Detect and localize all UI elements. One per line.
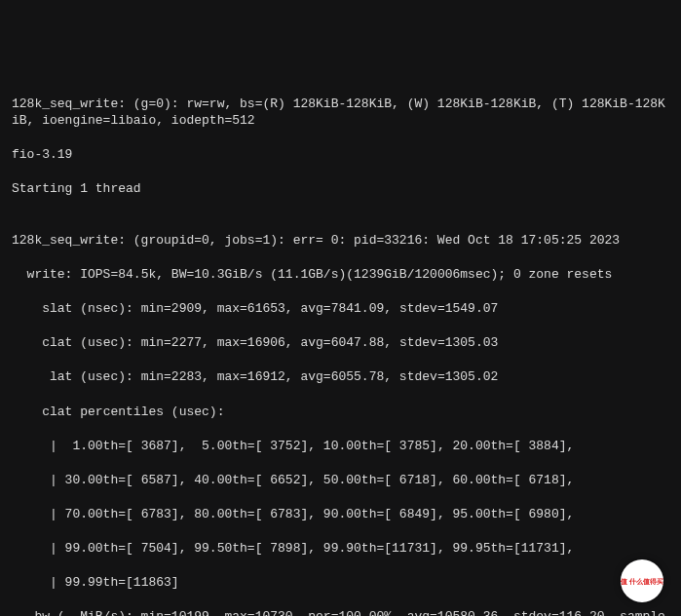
clat-line: clat (usec): min=2277, max=16906, avg=60… — [12, 334, 669, 352]
terminal-output: 128k_seq_write: (g=0): rw=rw, bs=(R) 128… — [0, 68, 681, 616]
badge-text: 值 什么值得买 — [621, 577, 663, 585]
clat-percentiles-header: clat percentiles (usec): — [12, 404, 669, 421]
percentile-row-1: | 1.00th=[ 3687], 5.00th=[ 3752], 10.00t… — [12, 438, 669, 455]
result-header: 128k_seq_write: (groupid=0, jobs=1): err… — [12, 232, 669, 250]
fio-starting: Starting 1 thread — [12, 180, 669, 198]
fio-version: fio-3.19 — [12, 146, 669, 164]
percentile-row-2: | 30.00th=[ 6587], 40.00th=[ 6652], 50.0… — [12, 472, 669, 489]
fio-job-definition: 128k_seq_write: (g=0): rw=rw, bs=(R) 128… — [12, 96, 669, 130]
bw-line: bw ( MiB/s): min=10199, max=10730, per=1… — [12, 608, 669, 616]
lat-line: lat (usec): min=2283, max=16912, avg=605… — [12, 368, 669, 386]
percentile-row-4: | 99.00th=[ 7504], 99.50th=[ 7898], 99.9… — [12, 540, 669, 558]
write-summary: write: IOPS=84.5k, BW=10.3GiB/s (11.1GB/… — [12, 266, 669, 284]
slat-line: slat (nsec): min=2909, max=61653, avg=78… — [12, 300, 669, 318]
percentile-row-3: | 70.00th=[ 6783], 80.00th=[ 6783], 90.0… — [12, 506, 669, 523]
smzdm-watermark-icon: 值 什么值得买 — [621, 559, 663, 602]
percentile-row-5: | 99.99th=[11863] — [12, 574, 669, 592]
